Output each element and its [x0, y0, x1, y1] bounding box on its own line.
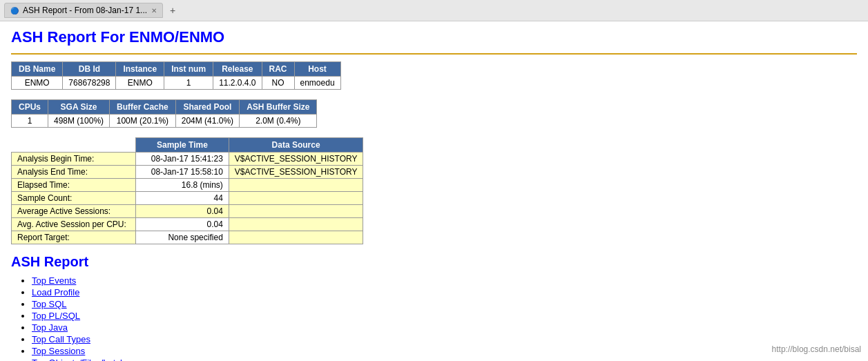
sample-value: None specified	[136, 231, 229, 244]
nav-list-item: Top Events	[32, 275, 857, 286]
nav-link[interactable]: Top SQL	[32, 299, 67, 309]
mem-info-cell: 204M (41.0%)	[175, 115, 239, 128]
nav-list-item: Top Call Types	[32, 334, 857, 344]
watermark: http://blog.csdn.net/bisal	[772, 344, 861, 354]
sample-value: 0.04	[136, 218, 229, 231]
tab-item[interactable]: 🔵 ASH Report - From 08-Jan-17 1... ✕	[4, 3, 163, 18]
db-info-cell: NO	[262, 77, 294, 90]
sample-datasource	[229, 218, 363, 231]
sample-datasource	[229, 192, 363, 205]
sample-datasource: V$ACTIVE_SESSION_HISTORY	[229, 153, 363, 166]
gold-divider	[11, 53, 857, 55]
db-info-cell: 1	[164, 77, 213, 90]
new-tab-button[interactable]: +	[166, 3, 180, 17]
mem-info-header: ASH Buffer Size	[240, 100, 317, 115]
mem-info-cell: 2.0M (0.4%)	[240, 115, 317, 128]
nav-list-item: Top PL/SQL	[32, 311, 857, 321]
ash-report-title: ASH Report	[11, 254, 857, 270]
sample-label: Sample Count:	[12, 192, 136, 205]
db-info-header: Instance	[116, 62, 164, 77]
sample-label: Report Target:	[12, 231, 136, 244]
nav-link[interactable]: Load Profile	[32, 287, 79, 297]
mem-info-header: Buffer Cache	[110, 100, 176, 115]
sample-label: Analysis End Time:	[12, 166, 136, 179]
db-info-header: DB Id	[63, 62, 116, 77]
page-title: ASH Report For ENMO/ENMO	[11, 28, 857, 46]
sample-row: Elapsed Time:16.8 (mins)	[12, 179, 363, 192]
db-info-table: DB NameDB IdInstanceInst numReleaseRACHo…	[11, 61, 341, 90]
sample-value: 16.8 (mins)	[136, 179, 229, 192]
sample-datasource: V$ACTIVE_SESSION_HISTORY	[229, 166, 363, 179]
mem-info-cell: 100M (20.1%)	[110, 115, 176, 128]
sample-row: Analysis End Time:08-Jan-17 15:58:10V$AC…	[12, 166, 363, 179]
mem-info-header: CPUs	[12, 100, 48, 115]
sample-table: Sample Time Data Source Analysis Begin T…	[11, 137, 363, 244]
sample-value: 44	[136, 192, 229, 205]
mem-info-table: CPUsSGA SizeBuffer CacheShared PoolASH B…	[11, 99, 317, 128]
nav-link[interactable]: Top Sessions	[32, 346, 85, 356]
mem-info-cell: 498M (100%)	[48, 115, 110, 128]
sample-datasource	[229, 179, 363, 192]
sample-col-empty	[12, 138, 136, 153]
db-info-cell: enmoedu	[294, 77, 340, 90]
mem-info-header: Shared Pool	[175, 100, 239, 115]
nav-list-item: Top Objects/Files/Latches	[32, 358, 857, 361]
sample-value: 0.04	[136, 205, 229, 218]
sample-col2-header: Data Source	[229, 138, 363, 153]
db-info-header: Host	[294, 62, 340, 77]
nav-list: Top EventsLoad ProfileTop SQLTop PL/SQLT…	[11, 275, 857, 361]
sample-value: 08-Jan-17 15:58:10	[136, 166, 229, 179]
nav-list-item: Top Sessions	[32, 346, 857, 356]
db-info-header: RAC	[262, 62, 294, 77]
page-content: ASH Report For ENMO/ENMO DB NameDB IdIns…	[0, 21, 868, 361]
nav-link[interactable]: Top Java	[32, 322, 68, 333]
nav-link[interactable]: Top Objects/Files/Latches	[32, 358, 135, 361]
sample-datasource	[229, 231, 363, 244]
sample-row: Average Active Sessions:0.04	[12, 205, 363, 218]
sample-value: 08-Jan-17 15:41:23	[136, 153, 229, 166]
nav-link[interactable]: Top Events	[32, 275, 76, 286]
sample-label: Analysis Begin Time:	[12, 153, 136, 166]
db-info-header: Release	[213, 62, 262, 77]
sample-label: Elapsed Time:	[12, 179, 136, 192]
db-info-cell: ENMO	[116, 77, 164, 90]
db-info-header: Inst num	[164, 62, 213, 77]
nav-link[interactable]: Top Call Types	[32, 334, 90, 344]
nav-list-item: Load Profile	[32, 287, 857, 297]
tab-close-icon[interactable]: ✕	[151, 7, 157, 14]
nav-link[interactable]: Top PL/SQL	[32, 311, 80, 321]
tab-bar: 🔵 ASH Report - From 08-Jan-17 1... ✕ +	[0, 0, 868, 21]
db-info-cell: ENMO	[12, 77, 63, 90]
nav-list-item: Top SQL	[32, 299, 857, 309]
tab-title: ASH Report - From 08-Jan-17 1...	[23, 6, 147, 15]
nav-list-item: Top Java	[32, 322, 857, 333]
sample-col1-header: Sample Time	[136, 138, 229, 153]
sample-row: Avg. Active Session per CPU:0.04	[12, 218, 363, 231]
sample-label: Average Active Sessions:	[12, 205, 136, 218]
sample-datasource	[229, 205, 363, 218]
sample-row: Analysis Begin Time:08-Jan-17 15:41:23V$…	[12, 153, 363, 166]
sample-row: Sample Count:44	[12, 192, 363, 205]
sample-label: Avg. Active Session per CPU:	[12, 218, 136, 231]
mem-info-header: SGA Size	[48, 100, 110, 115]
db-info-header: DB Name	[12, 62, 63, 77]
sample-row: Report Target:None specified	[12, 231, 363, 244]
mem-info-cell: 1	[12, 115, 48, 128]
db-info-cell: 768678298	[63, 77, 116, 90]
db-info-cell: 11.2.0.4.0	[213, 77, 262, 90]
tab-icon: 🔵	[10, 7, 19, 14]
